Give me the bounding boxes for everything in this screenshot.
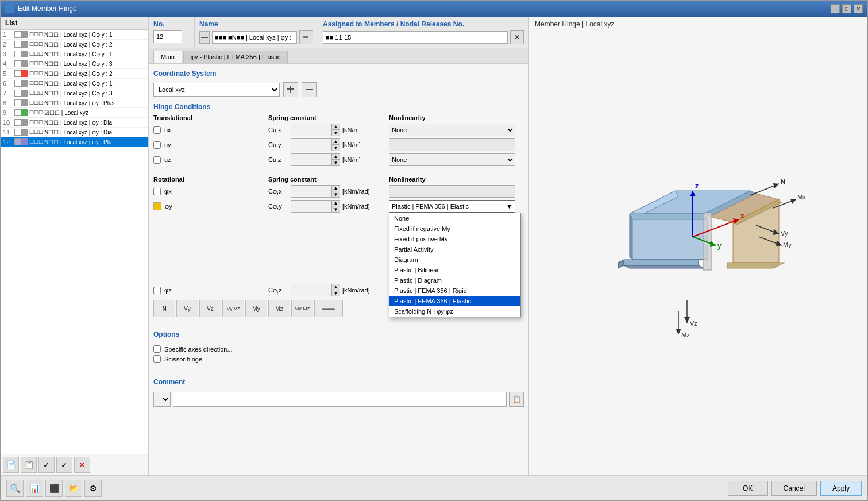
nl-item-diagram[interactable]: Diagram — [389, 255, 520, 265]
phiz-checkbox[interactable] — [153, 287, 161, 294]
ux-checkbox[interactable] — [153, 126, 161, 134]
cuy-up[interactable]: ▲ — [331, 139, 340, 145]
nl-item-fixed-pos[interactable]: Fixed if positive My — [389, 234, 520, 244]
list-header: List — [1, 17, 148, 30]
cphiz-input[interactable] — [291, 284, 331, 296]
cphiz-up[interactable]: ▲ — [331, 284, 340, 290]
options-header: Options — [149, 327, 528, 341]
name-edit-button[interactable]: ✏ — [299, 30, 313, 44]
nl-item-partial[interactable]: Partial Activity — [389, 244, 520, 255]
tb-Vz[interactable]: Vz — [199, 300, 221, 317]
cancel-button[interactable]: Cancel — [771, 481, 817, 496]
tb-all[interactable]: ═══ — [314, 300, 343, 317]
cuz-up[interactable]: ▲ — [331, 154, 340, 160]
cuy-down[interactable]: ▼ — [331, 145, 340, 151]
bottom-settings-button[interactable]: ⚙ — [84, 480, 102, 497]
comment-header: Comment — [149, 375, 528, 388]
bottom-search-button[interactable]: 🔍 — [6, 480, 24, 497]
svg-text:Vy: Vy — [781, 230, 788, 237]
cux-up[interactable]: ▲ — [331, 124, 340, 130]
nl-item-pl-diagram[interactable]: Plastic | Diagram — [389, 275, 520, 286]
uz-nonlinearity-select[interactable]: None Fixed if negative My Fixed if posit… — [389, 153, 515, 166]
list-item[interactable]: 4☐☐☐N☐☐ | Local xyz | Cφ,y : 3 — [1, 59, 148, 69]
phix-checkbox[interactable] — [153, 188, 161, 195]
nl-item-fema-rigid[interactable]: Plastic | FEMA 356 | Rigid — [389, 286, 520, 296]
comment-select[interactable] — [153, 392, 171, 407]
list-item[interactable]: 1☐☐☐N☐☐ | Local xyz | Cφ,y : 1 — [1, 30, 148, 40]
close-button[interactable]: ✕ — [854, 4, 863, 13]
tb-Vy[interactable]: Vy — [176, 300, 198, 317]
phix-label: φx — [164, 188, 172, 195]
phiy-checkbox-yellow[interactable] — [153, 202, 161, 210]
uz-checkbox[interactable] — [153, 156, 161, 164]
list-item[interactable]: 9☐☐☐☑☐☐ | Local xyz — [1, 108, 148, 118]
cuz-unit: [kN/m] — [342, 156, 361, 163]
cuz-down[interactable]: ▼ — [331, 160, 340, 165]
list-delete-button[interactable]: ✕ — [74, 457, 90, 473]
cphix-up[interactable]: ▲ — [331, 186, 340, 191]
tb-Mz[interactable]: Mz — [268, 300, 290, 317]
list-item[interactable]: 3☐☐☐N☐☐ | Local xyz | Cφ,y : 1 — [1, 49, 148, 59]
tb-MyMz[interactable]: My·Mz — [291, 300, 313, 317]
nl-item-fixed-neg[interactable]: Fixed if negative My — [389, 223, 520, 234]
cphix-down[interactable]: ▼ — [331, 191, 340, 197]
comment-input[interactable] — [173, 392, 507, 407]
specific-axes-checkbox[interactable] — [153, 345, 161, 353]
ux-nonlinearity-select[interactable]: None Fixed if negative My Fixed if posit… — [389, 124, 515, 136]
assigned-input[interactable] — [323, 31, 508, 44]
coordinate-system-select[interactable]: Local xyz Global XYZ — [153, 83, 280, 97]
list-item[interactable]: 5☐☐☐N☐☐ | Local xyz | Cφ,y : 2 — [1, 69, 148, 79]
scissor-hinge-checkbox[interactable] — [153, 355, 161, 363]
minimize-button[interactable]: ─ — [831, 4, 840, 13]
list-item[interactable]: 6☐☐☐N☐☐ | Local xyz | Cφ,y : 1 — [1, 79, 148, 88]
nl-item-scaffolding[interactable]: Scaffolding N | φy·φz — [389, 306, 520, 317]
tb-My[interactable]: My — [245, 300, 267, 317]
uz-label: uz — [164, 156, 171, 163]
list-item[interactable]: 7☐☐☐N☐☐ | Local xyz | Cφ,y : 3 — [1, 88, 148, 98]
nl-item-none[interactable]: None — [389, 213, 520, 223]
tab-plastic[interactable]: φy - Plastic | FEMA 356 | Elastic — [183, 51, 288, 63]
cphix-input[interactable] — [291, 186, 331, 197]
uy-checkbox[interactable] — [153, 141, 161, 149]
nl-item-bilinear[interactable]: Plastic | Bilinear — [389, 265, 520, 275]
list-new-button[interactable]: 📄 — [3, 457, 19, 473]
tb-N[interactable]: N — [153, 300, 175, 317]
cux-input[interactable] — [291, 124, 331, 136]
assigned-clear-button[interactable]: ✕ — [510, 30, 524, 44]
maximize-button[interactable]: □ — [842, 4, 851, 13]
comment-copy-button[interactable]: 📋 — [509, 392, 524, 407]
coordinate-system-row: Local xyz Global XYZ — [149, 80, 528, 99]
bottom-block-button[interactable]: ⬛ — [45, 480, 63, 497]
cphiy-down[interactable]: ▼ — [331, 206, 340, 212]
list-item[interactable]: 2☐☐☐N☐☐ | Local xyz | Cφ,y : 2 — [1, 40, 148, 49]
list-item[interactable]: 11☐☐☐N☐☐ | Local xyz | φy : Dia — [1, 128, 148, 137]
apply-button[interactable]: Apply — [820, 481, 862, 496]
cuy-input[interactable] — [291, 139, 331, 151]
cphiz-down[interactable]: ▼ — [331, 290, 340, 296]
list-ok2-button[interactable]: ✓ — [56, 457, 72, 473]
cphiy-input[interactable] — [291, 201, 331, 212]
list-ok-button[interactable]: ✓ — [38, 457, 55, 473]
list-item[interactable]: 8☐☐☐N☐☐ | Local xyz | φy : Plas — [1, 98, 148, 108]
list-item[interactable]: 12☐☐☐N☐☐ | Local xyz | φy : Pla — [1, 137, 148, 147]
coord-btn-1[interactable] — [283, 82, 298, 97]
nl-item-fema-elastic[interactable]: Plastic | FEMA 356 | Elastic — [389, 296, 520, 306]
coord-btn-2[interactable] — [302, 82, 317, 97]
preview-panel: Member Hinge | Local xyz — [528, 17, 867, 475]
tab-main[interactable]: Main — [153, 51, 182, 63]
name-input[interactable] — [212, 31, 297, 44]
list-item[interactable]: 10☐☐☐N☐☐ | Local xyz | φy : Dia — [1, 118, 148, 128]
cux-down[interactable]: ▼ — [331, 130, 340, 136]
no-input[interactable]: 12 — [153, 30, 182, 43]
coordinate-system-header: Coordinate System — [149, 66, 528, 80]
bottom-chart-button[interactable]: 📊 — [26, 480, 43, 497]
phiy-nonlinearity-dropdown[interactable]: Plastic | FEMA 356 | Elastic ▼ — [389, 200, 515, 213]
tb-VyVz[interactable]: Vy·Vz — [222, 300, 244, 317]
list-copy-button[interactable]: 📋 — [21, 457, 37, 473]
cphiy-up[interactable]: ▲ — [331, 201, 340, 206]
bottom-bar: 🔍 📊 ⬛ 📂 ⚙ OK Cancel Apply — [1, 475, 867, 500]
cuz-input[interactable] — [291, 154, 331, 165]
no-label: No. — [153, 20, 190, 28]
bottom-folder-button[interactable]: 📂 — [65, 480, 82, 497]
ok-button[interactable]: OK — [728, 481, 768, 496]
